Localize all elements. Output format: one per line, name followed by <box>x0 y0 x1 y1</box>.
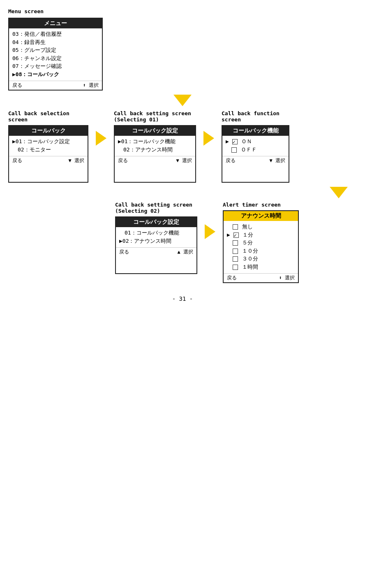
alerttimer-row-1: 無し <box>227 223 295 231</box>
alerttimer-row-6: １時間 <box>227 263 295 271</box>
arrow-right-shape-1 <box>96 131 106 146</box>
menu-row-2: 04：録音再生 <box>12 38 99 46</box>
callbacksetting01-header: コールバック設定 <box>115 126 195 136</box>
alerttimer-row-4: １０分 <box>227 247 295 255</box>
alerttimer-cb-1min <box>233 232 239 238</box>
alerttimer-text-1h: １時間 <box>242 264 258 270</box>
alerttimer-label: Alert timer screen <box>223 202 299 208</box>
menu-row-5: 07：メッセージ確認 <box>12 62 99 70</box>
menu-row-3: 05：グループ設定 <box>12 46 99 54</box>
alerttimer-cb-1h <box>233 265 238 270</box>
callbacksetting02-row-1: 01：コールバック機能 <box>119 229 193 237</box>
alerttimer-row-5: ３０分 <box>227 255 295 263</box>
alerttimer-text-5min: ５分 <box>242 239 253 246</box>
callbackfunction-back: 戻る <box>226 157 236 164</box>
arrow-down-2-container <box>8 187 348 198</box>
callbackfunction-footer: 戻る ▼ 選択 <box>222 156 289 165</box>
callbackselection-row-2: 02：モニター <box>12 146 84 154</box>
callbacksetting02-select: ▲ 選択 <box>178 249 193 256</box>
callbacksetting01-wrapper: Call back setting screen(Selecting 01) コ… <box>114 110 196 183</box>
alerttimer-wrapper: Alert timer screen アナウンス時間 無し ▶ １分 ５分 <box>223 202 299 283</box>
arrow-down-1 <box>8 95 357 106</box>
callbacksetting02-wrapper: Call back setting screen(Selecting 02) コ… <box>115 202 197 274</box>
alerttimer-header: アナウンス時間 <box>224 211 298 221</box>
callbackfunction-row-1: ▶ ＯＮ <box>226 137 285 146</box>
callbacksetting01-label: Call back setting screen(Selecting 01) <box>114 110 196 123</box>
arrow-right-3 <box>197 224 223 239</box>
page-number: - 31 - <box>8 295 357 302</box>
alerttimer-row-3: ５分 <box>227 239 295 247</box>
alerttimer-body: 無し ▶ １分 ５分 １０分 ３０分 <box>224 221 298 272</box>
callbackselection-screen: コールバック ▶01：コールバック設定 02：モニター 戻る ▼ 選択 <box>8 125 88 183</box>
alerttimer-back: 戻る <box>227 274 237 281</box>
callbackselection-header: コールバック <box>9 126 88 136</box>
callbacksetting01-body: ▶01：コールバック機能 02：アナウンス時間 <box>115 136 195 154</box>
third-row: Call back setting screen(Selecting 02) コ… <box>115 202 357 283</box>
alerttimer-cb-5min <box>233 240 238 246</box>
callbacksetting01-screen: コールバック設定 ▶01：コールバック機能 02：アナウンス時間 戻る ▼ 選択 <box>114 125 196 183</box>
alerttimer-text-none: 無し <box>242 223 253 230</box>
callbacksetting02-body: 01：コールバック機能 ▶02：アナウンス時間 <box>116 227 196 246</box>
menu-screen-label: Menu screen <box>8 8 357 14</box>
alerttimer-text-30min: ３０分 <box>242 256 258 262</box>
callbackselection-row-1: ▶01：コールバック設定 <box>12 137 84 146</box>
alerttimer-cb-none <box>233 224 238 230</box>
callbackselection-select: ▼ 選択 <box>69 157 84 164</box>
callbackselection-back: 戻る <box>12 157 22 164</box>
callbackfunction-off-text: ＯＦＦ <box>241 146 257 153</box>
callbackselection-label: Call back selectionscreen <box>8 110 88 123</box>
arrow-right-2 <box>196 131 222 146</box>
menu-select-label: ⬆ 選択 <box>83 82 99 89</box>
callbacksetting01-row-2: 02：アナウンス時間 <box>118 146 192 154</box>
callbackfunction-checkbox-off <box>231 147 237 153</box>
menu-row-6: ▶08：コールバック <box>12 70 99 79</box>
callbacksetting02-row-2: ▶02：アナウンス時間 <box>119 237 193 245</box>
menu-row-4: 06：チャンネル設定 <box>12 54 99 63</box>
second-row: Call back selectionscreen コールバック ▶01：コール… <box>8 110 357 183</box>
alerttimer-screen: アナウンス時間 無し ▶ １分 ５分 １０分 <box>223 210 299 283</box>
alerttimer-cb-30min <box>233 256 238 262</box>
callbackfunction-on-text: ＯＮ <box>241 138 252 144</box>
callbackfunction-selected-marker: ▶ <box>226 138 229 144</box>
callbackfunction-checkbox-on <box>232 139 238 144</box>
menu-header: メニュー <box>9 19 102 28</box>
callbackfunction-wrapper: Call back functionscreen コールバック機能 ▶ ＯＮ Ｏ… <box>222 110 289 183</box>
callbacksetting01-footer: 戻る ▼ 選択 <box>115 156 195 165</box>
callbackfunction-row-2: ＯＦＦ <box>226 146 285 154</box>
menu-row-1: 03：発信／着信履歴 <box>12 30 99 38</box>
arrow-right-shape-2 <box>203 131 214 146</box>
callbacksetting01-back: 戻る <box>118 157 128 164</box>
menu-back-label: 戻る <box>12 82 22 89</box>
menu-footer: 戻る ⬆ 選択 <box>9 81 102 90</box>
alerttimer-row-2: ▶ １分 <box>227 231 295 239</box>
alerttimer-text-10min: １０分 <box>242 248 258 254</box>
callbackfunction-body: ▶ ＯＮ ＯＦＦ <box>222 136 289 154</box>
callbacksetting02-back: 戻る <box>119 249 129 256</box>
callbacksetting02-screen: コールバック設定 01：コールバック機能 ▶02：アナウンス時間 戻る ▲ 選択 <box>115 216 197 274</box>
callbackfunction-screen: コールバック機能 ▶ ＯＮ ＯＦＦ 戻る ▼ 選択 <box>222 125 289 183</box>
callbacksetting01-select: ▼ 選択 <box>176 157 192 164</box>
arrow-right-shape-3 <box>205 224 215 239</box>
callbackfunction-label: Call back functionscreen <box>222 110 289 123</box>
callbacksetting02-footer: 戻る ▲ 選択 <box>116 247 196 256</box>
callbacksetting02-label: Call back setting screen(Selecting 02) <box>115 202 197 214</box>
alerttimer-footer: 戻る ⬆ 選択 <box>224 273 298 282</box>
menu-screen: メニュー 03：発信／着信履歴 04：録音再生 05：グループ設定 06：チャン… <box>8 18 103 91</box>
callbackfunction-select: ▼ 選択 <box>270 157 285 164</box>
callbacksetting02-header: コールバック設定 <box>116 217 196 227</box>
arrow-right-1 <box>88 131 114 146</box>
alerttimer-sel-1min: ▶ <box>227 232 230 238</box>
alerttimer-text-1min: １分 <box>243 232 253 238</box>
callbackfunction-header: コールバック機能 <box>222 126 289 136</box>
alerttimer-cb-10min <box>233 249 238 254</box>
callbackselection-footer: 戻る ▼ 選択 <box>9 156 88 165</box>
callbacksetting01-row-1: ▶01：コールバック機能 <box>118 137 192 146</box>
callbackselection-wrapper: Call back selectionscreen コールバック ▶01：コール… <box>8 110 88 183</box>
arrow-down-shape-1 <box>173 95 192 106</box>
alerttimer-select: ⬆ 選択 <box>279 274 295 281</box>
callbackselection-body: ▶01：コールバック設定 02：モニター <box>9 136 88 154</box>
menu-body: 03：発信／着信履歴 04：録音再生 05：グループ設定 06：チャンネル設定 … <box>9 28 102 79</box>
arrow-down-shape-2 <box>330 187 348 198</box>
